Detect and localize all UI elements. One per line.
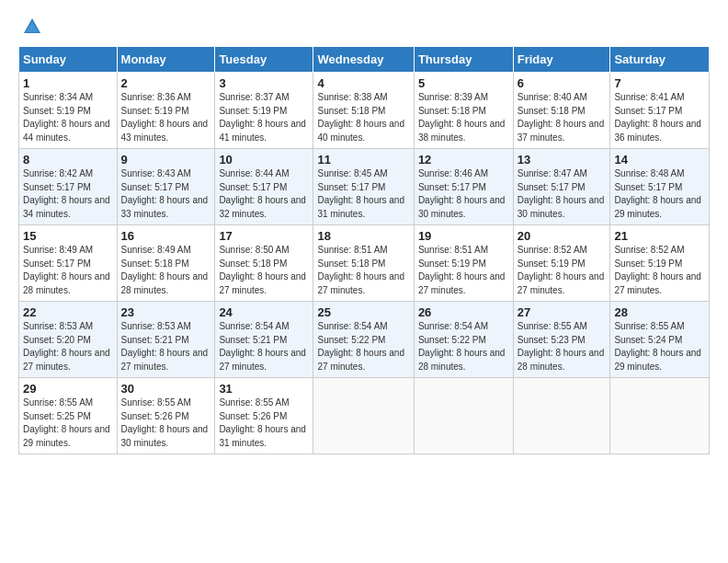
day-number: 4 xyxy=(317,76,409,90)
calendar-cell: 9Sunrise: 8:43 AM Sunset: 5:17 PM Daylig… xyxy=(117,149,215,225)
calendar-cell: 3Sunrise: 8:37 AM Sunset: 5:19 PM Daylig… xyxy=(215,73,313,149)
calendar-cell: 4Sunrise: 8:38 AM Sunset: 5:18 PM Daylig… xyxy=(313,73,414,149)
day-detail: Sunrise: 8:43 AM Sunset: 5:17 PM Dayligh… xyxy=(121,167,211,221)
day-detail: Sunrise: 8:55 AM Sunset: 5:24 PM Dayligh… xyxy=(614,320,705,373)
day-number: 31 xyxy=(219,382,309,396)
day-number: 18 xyxy=(317,229,409,243)
calendar-cell: 13Sunrise: 8:47 AM Sunset: 5:17 PM Dayli… xyxy=(513,149,610,225)
day-number: 8 xyxy=(23,153,113,167)
day-number: 16 xyxy=(121,229,211,243)
week-row-1: 1Sunrise: 8:34 AM Sunset: 5:19 PM Daylig… xyxy=(19,73,710,149)
calendar-cell xyxy=(313,378,414,454)
calendar-cell: 25Sunrise: 8:54 AM Sunset: 5:22 PM Dayli… xyxy=(313,302,414,378)
day-number: 17 xyxy=(219,229,309,243)
calendar-cell xyxy=(513,378,610,454)
weekday-header-row: SundayMondayTuesdayWednesdayThursdayFrid… xyxy=(19,47,710,73)
calendar-cell: 17Sunrise: 8:50 AM Sunset: 5:18 PM Dayli… xyxy=(215,225,313,302)
calendar-cell: 14Sunrise: 8:48 AM Sunset: 5:17 PM Dayli… xyxy=(610,149,710,225)
calendar-cell: 12Sunrise: 8:46 AM Sunset: 5:17 PM Dayli… xyxy=(414,149,513,225)
calendar-cell: 28Sunrise: 8:55 AM Sunset: 5:24 PM Dayli… xyxy=(610,302,710,378)
day-detail: Sunrise: 8:55 AM Sunset: 5:25 PM Dayligh… xyxy=(23,396,113,450)
weekday-header-saturday: Saturday xyxy=(610,47,710,73)
day-detail: Sunrise: 8:51 AM Sunset: 5:18 PM Dayligh… xyxy=(317,244,409,297)
calendar-cell: 16Sunrise: 8:49 AM Sunset: 5:18 PM Dayli… xyxy=(117,225,215,302)
logo-text xyxy=(18,17,42,37)
weekday-header-wednesday: Wednesday xyxy=(313,47,414,73)
weekday-header-friday: Friday xyxy=(513,47,610,73)
day-number: 26 xyxy=(418,305,509,319)
calendar-cell xyxy=(414,378,513,454)
day-detail: Sunrise: 8:54 AM Sunset: 5:21 PM Dayligh… xyxy=(219,320,309,373)
day-detail: Sunrise: 8:55 AM Sunset: 5:23 PM Dayligh… xyxy=(518,320,607,373)
calendar-table: SundayMondayTuesdayWednesdayThursdayFrid… xyxy=(18,46,710,454)
calendar-cell: 20Sunrise: 8:52 AM Sunset: 5:19 PM Dayli… xyxy=(513,225,610,302)
page: SundayMondayTuesdayWednesdayThursdayFrid… xyxy=(0,0,728,464)
week-row-4: 22Sunrise: 8:53 AM Sunset: 5:20 PM Dayli… xyxy=(19,302,710,378)
day-detail: Sunrise: 8:37 AM Sunset: 5:19 PM Dayligh… xyxy=(219,91,309,144)
weekday-header-thursday: Thursday xyxy=(414,47,513,73)
day-number: 6 xyxy=(518,76,607,90)
calendar-cell: 27Sunrise: 8:55 AM Sunset: 5:23 PM Dayli… xyxy=(513,302,610,378)
calendar-cell: 11Sunrise: 8:45 AM Sunset: 5:17 PM Dayli… xyxy=(313,149,414,225)
day-detail: Sunrise: 8:38 AM Sunset: 5:18 PM Dayligh… xyxy=(317,91,409,144)
day-detail: Sunrise: 8:34 AM Sunset: 5:19 PM Dayligh… xyxy=(23,91,113,144)
day-number: 27 xyxy=(518,305,607,319)
day-detail: Sunrise: 8:39 AM Sunset: 5:18 PM Dayligh… xyxy=(418,91,509,144)
day-detail: Sunrise: 8:49 AM Sunset: 5:17 PM Dayligh… xyxy=(23,244,113,297)
week-row-3: 15Sunrise: 8:49 AM Sunset: 5:17 PM Dayli… xyxy=(19,225,710,302)
calendar-cell: 24Sunrise: 8:54 AM Sunset: 5:21 PM Dayli… xyxy=(215,302,313,378)
calendar-cell: 21Sunrise: 8:52 AM Sunset: 5:19 PM Dayli… xyxy=(610,225,710,302)
logo xyxy=(18,17,42,37)
calendar-cell: 30Sunrise: 8:55 AM Sunset: 5:26 PM Dayli… xyxy=(117,378,215,454)
day-number: 5 xyxy=(418,76,509,90)
day-detail: Sunrise: 8:55 AM Sunset: 5:26 PM Dayligh… xyxy=(121,396,211,450)
calendar-cell: 8Sunrise: 8:42 AM Sunset: 5:17 PM Daylig… xyxy=(19,149,118,225)
day-number: 30 xyxy=(121,382,211,396)
calendar-cell: 2Sunrise: 8:36 AM Sunset: 5:19 PM Daylig… xyxy=(117,73,215,149)
day-detail: Sunrise: 8:50 AM Sunset: 5:18 PM Dayligh… xyxy=(219,244,309,297)
day-detail: Sunrise: 8:42 AM Sunset: 5:17 PM Dayligh… xyxy=(23,167,113,221)
day-number: 2 xyxy=(121,76,211,90)
day-number: 22 xyxy=(23,305,113,319)
calendar-cell xyxy=(610,378,710,454)
day-detail: Sunrise: 8:44 AM Sunset: 5:17 PM Dayligh… xyxy=(219,167,309,221)
day-number: 28 xyxy=(614,305,705,319)
calendar-cell: 18Sunrise: 8:51 AM Sunset: 5:18 PM Dayli… xyxy=(313,225,414,302)
week-row-2: 8Sunrise: 8:42 AM Sunset: 5:17 PM Daylig… xyxy=(19,149,710,225)
day-detail: Sunrise: 8:52 AM Sunset: 5:19 PM Dayligh… xyxy=(518,244,607,297)
day-number: 25 xyxy=(317,305,409,319)
day-detail: Sunrise: 8:47 AM Sunset: 5:17 PM Dayligh… xyxy=(518,167,607,221)
day-number: 1 xyxy=(23,76,113,90)
day-number: 9 xyxy=(121,153,211,167)
calendar-cell: 26Sunrise: 8:54 AM Sunset: 5:22 PM Dayli… xyxy=(414,302,513,378)
logo-icon xyxy=(22,17,42,37)
day-number: 3 xyxy=(219,76,309,90)
day-detail: Sunrise: 8:46 AM Sunset: 5:17 PM Dayligh… xyxy=(418,167,509,221)
day-detail: Sunrise: 8:52 AM Sunset: 5:19 PM Dayligh… xyxy=(614,244,705,297)
day-detail: Sunrise: 8:48 AM Sunset: 5:17 PM Dayligh… xyxy=(614,167,705,221)
calendar-cell: 19Sunrise: 8:51 AM Sunset: 5:19 PM Dayli… xyxy=(414,225,513,302)
day-number: 20 xyxy=(518,229,607,243)
calendar-cell: 7Sunrise: 8:41 AM Sunset: 5:17 PM Daylig… xyxy=(610,73,710,149)
day-number: 7 xyxy=(614,76,705,90)
day-detail: Sunrise: 8:36 AM Sunset: 5:19 PM Dayligh… xyxy=(121,91,211,144)
header xyxy=(18,17,710,37)
calendar-cell: 10Sunrise: 8:44 AM Sunset: 5:17 PM Dayli… xyxy=(215,149,313,225)
weekday-header-sunday: Sunday xyxy=(19,47,118,73)
day-number: 23 xyxy=(121,305,211,319)
day-number: 21 xyxy=(614,229,705,243)
day-detail: Sunrise: 8:41 AM Sunset: 5:17 PM Dayligh… xyxy=(614,91,705,144)
week-row-5: 29Sunrise: 8:55 AM Sunset: 5:25 PM Dayli… xyxy=(19,378,710,454)
day-detail: Sunrise: 8:49 AM Sunset: 5:18 PM Dayligh… xyxy=(121,244,211,297)
weekday-header-tuesday: Tuesday xyxy=(215,47,313,73)
day-detail: Sunrise: 8:45 AM Sunset: 5:17 PM Dayligh… xyxy=(317,167,409,221)
calendar-cell: 1Sunrise: 8:34 AM Sunset: 5:19 PM Daylig… xyxy=(19,73,118,149)
day-number: 10 xyxy=(219,153,309,167)
day-number: 19 xyxy=(418,229,509,243)
calendar-cell: 29Sunrise: 8:55 AM Sunset: 5:25 PM Dayli… xyxy=(19,378,118,454)
calendar-cell: 6Sunrise: 8:40 AM Sunset: 5:18 PM Daylig… xyxy=(513,73,610,149)
day-detail: Sunrise: 8:54 AM Sunset: 5:22 PM Dayligh… xyxy=(418,320,509,373)
calendar-cell: 15Sunrise: 8:49 AM Sunset: 5:17 PM Dayli… xyxy=(19,225,118,302)
weekday-header-monday: Monday xyxy=(117,47,215,73)
day-number: 12 xyxy=(418,153,509,167)
